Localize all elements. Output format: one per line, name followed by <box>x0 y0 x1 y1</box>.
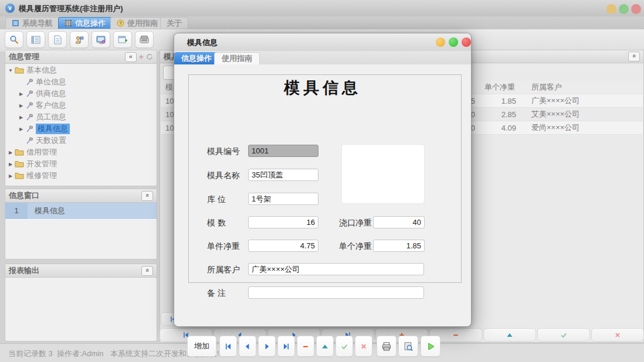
post-record-button[interactable] <box>537 328 590 341</box>
tool-icon <box>25 102 33 110</box>
add-icon[interactable]: + <box>139 52 144 62</box>
mold-photo-box <box>342 145 424 203</box>
tool-icon <box>25 114 33 121</box>
collapse-panel-button[interactable]: « <box>628 52 640 62</box>
last-icon <box>282 343 290 350</box>
piece-weight-input[interactable] <box>248 240 318 252</box>
collapse-panel-button[interactable]: « <box>141 191 153 201</box>
single-weight-input[interactable] <box>373 240 425 252</box>
card-button[interactable] <box>135 31 154 48</box>
first-icon <box>224 343 232 350</box>
tab-label: 系统导航 <box>22 18 53 29</box>
expander-closed-icon: ▶ <box>17 91 25 97</box>
folder-icon <box>15 67 24 74</box>
open-window-list-item[interactable]: 1 模具信息 <box>5 203 157 220</box>
dialog-cancel-button[interactable] <box>355 336 372 357</box>
tree-item-label: 维修管理 <box>26 170 57 181</box>
window-add-icon <box>117 35 128 45</box>
tree-item-unit-info[interactable]: 单位信息 <box>6 76 155 88</box>
tree-item-mold-info[interactable]: ▶ 模具信息 <box>6 123 155 135</box>
add-button-label: 增加 <box>194 341 209 351</box>
tree-item-supplier-info[interactable]: ▶ 供商信息 <box>6 88 155 100</box>
minimize-button[interactable] <box>606 4 616 14</box>
maximize-button[interactable] <box>619 4 629 14</box>
tab-info-ops[interactable]: 信息操作 <box>58 17 112 29</box>
tree-item-repair-mgmt[interactable]: ▶ 维修管理 <box>6 170 155 182</box>
add-button[interactable]: 增加 <box>187 336 216 357</box>
collapse-panel-button[interactable]: « <box>125 52 137 62</box>
dialog-post-button[interactable] <box>335 336 353 357</box>
tree-item-label: 基本信息 <box>26 65 57 76</box>
dialog-tab-info-ops[interactable]: 信息操作 <box>174 52 219 64</box>
monitor-icon <box>96 35 106 45</box>
dialog-prev-button[interactable] <box>239 336 256 357</box>
tree-item-customer-info[interactable]: ▶ 客户信息 <box>6 100 155 111</box>
tab-about[interactable]: 关于 <box>160 17 188 29</box>
form-button[interactable] <box>26 31 45 48</box>
printer-icon <box>381 341 392 351</box>
field-label-cavity-count: 模 数 <box>207 218 226 228</box>
field-label-mold-code: 模具编号 <box>207 146 240 157</box>
dialog-next-button[interactable] <box>258 336 276 357</box>
dialog-toolbar: 增加 <box>174 336 471 359</box>
tree-item-dev-mgmt[interactable]: ▶ 开发管理 <box>6 158 155 170</box>
mold-name-input[interactable] <box>248 169 318 181</box>
mold-code-input[interactable] <box>248 145 318 157</box>
svg-text:?: ? <box>119 21 122 26</box>
tool-icon <box>25 90 33 98</box>
form-title: 模具信息 <box>174 77 471 98</box>
window-add-button[interactable] <box>113 31 132 48</box>
execute-button[interactable] <box>421 336 440 357</box>
customer-input[interactable] <box>248 263 424 275</box>
expander-closed-icon: ▶ <box>6 150 15 155</box>
cavity-count-input[interactable] <box>248 216 318 228</box>
field-label-single-weight: 单个净重 <box>339 241 372 252</box>
cancel-record-button[interactable] <box>591 328 644 341</box>
field-label-remark: 备 注 <box>207 288 226 299</box>
tree-item-label: 员工信息 <box>36 112 66 122</box>
mold-info-dialog: 模具信息 信息操作 使用指南 模具信息 模具编号 模具名称 库 位 模 数 <box>174 33 472 327</box>
tab-user-guide[interactable]: ? 使用指南 <box>110 17 164 29</box>
main-tab-bar: 系统导航 信息操作 ? 使用指南 关于 <box>0 16 644 29</box>
refresh-icon[interactable] <box>146 53 153 60</box>
remark-input[interactable] <box>248 286 424 299</box>
collapse-panel-button[interactable]: « <box>141 266 153 276</box>
dialog-delete-button[interactable] <box>297 336 314 357</box>
search-button[interactable] <box>5 31 23 48</box>
monitor-button[interactable] <box>91 31 110 48</box>
dialog-tab-label: 使用指南 <box>222 53 252 64</box>
dialog-last-button[interactable] <box>277 336 295 357</box>
field-label-piece-weight: 单件净重 <box>207 241 240 252</box>
field-label-location: 库 位 <box>207 194 226 205</box>
print-preview-button[interactable] <box>398 336 418 357</box>
dialog-tab-user-guide[interactable]: 使用指南 <box>214 52 260 64</box>
gate-weight-input[interactable] <box>373 216 425 228</box>
col-header[interactable]: 所属客户 <box>527 82 643 93</box>
document-icon <box>52 35 63 45</box>
edit-record-button[interactable] <box>483 328 536 341</box>
tree-item-days-setting[interactable]: 天数设置 <box>6 135 155 146</box>
location-input[interactable] <box>248 193 318 205</box>
tree-item-borrow-mgmt[interactable]: ▶ 借用管理 <box>6 146 155 158</box>
dialog-edit-button[interactable] <box>316 336 334 357</box>
tree-item-label: 客户信息 <box>36 100 66 111</box>
document-button[interactable] <box>48 31 67 48</box>
col-header[interactable]: 单个净重 <box>480 82 527 93</box>
search-icon <box>9 35 19 45</box>
dialog-maximize-button[interactable] <box>449 37 458 47</box>
tree-item-basic-info[interactable]: ▼ 基本信息 <box>6 64 155 76</box>
tab-system-nav[interactable]: 系统导航 <box>5 17 59 29</box>
employee-button[interactable] <box>70 31 89 48</box>
field-label-mold-name: 模具名称 <box>207 170 240 181</box>
tree-item-employee-info[interactable]: ▶ 员工信息 <box>6 111 155 123</box>
tool-icon <box>25 125 33 133</box>
dialog-first-button[interactable] <box>219 336 237 357</box>
field-label-customer: 所属客户 <box>207 265 240 275</box>
dialog-minimize-button[interactable] <box>436 37 445 47</box>
close-button[interactable] <box>631 4 641 14</box>
cross-icon <box>360 343 368 350</box>
dialog-close-button[interactable] <box>462 37 471 47</box>
expander-closed-icon: ▶ <box>17 115 25 120</box>
tree-item-label: 单位信息 <box>36 77 66 87</box>
print-button[interactable] <box>377 336 396 357</box>
